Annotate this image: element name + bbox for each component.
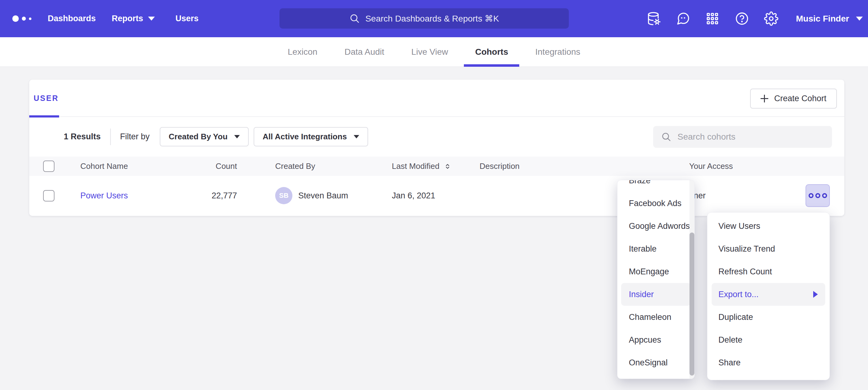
menu-item-appcues[interactable]: Appcues bbox=[617, 328, 694, 351]
nav-item-users[interactable]: Users bbox=[176, 0, 198, 37]
chevron-down-icon bbox=[856, 17, 863, 21]
column-header-last-modified[interactable]: Last Modified bbox=[392, 157, 452, 176]
menu-item-export-to[interactable]: Export to... bbox=[712, 283, 825, 306]
select-all-checkbox[interactable] bbox=[43, 161, 55, 172]
nav-item-label: Users bbox=[176, 14, 198, 23]
filter-bar: 1 Results Filter by Created By You All A… bbox=[29, 117, 844, 157]
project-switcher[interactable]: Music Finder bbox=[796, 0, 863, 37]
integrations-filter-dropdown[interactable]: All Active Integrations bbox=[254, 127, 368, 147]
project-name: Music Finder bbox=[796, 14, 849, 24]
created-by-name: Steven Baum bbox=[298, 191, 348, 200]
tab-label: Integrations bbox=[535, 47, 580, 57]
nav-item-dashboards[interactable]: Dashboards bbox=[48, 0, 96, 37]
global-search-button[interactable]: Search Dashboards & Reports ⌘K bbox=[279, 8, 569, 29]
results-count: 1 Results bbox=[64, 132, 101, 141]
tab-label: Lexicon bbox=[288, 47, 318, 57]
tab-live-view[interactable]: Live View bbox=[411, 37, 448, 67]
row-actions-button[interactable] bbox=[806, 184, 830, 207]
settings-icon[interactable] bbox=[764, 11, 778, 26]
chevron-down-icon bbox=[234, 135, 240, 138]
cohorts-card: USER Create Cohort 1 Results Filter by C… bbox=[29, 80, 844, 216]
cohort-name-link[interactable]: Power Users bbox=[80, 191, 128, 200]
table-header: Cohort Name Count Created By Last Modifi… bbox=[29, 157, 844, 176]
last-modified-cell: Jan 6, 2021 bbox=[392, 176, 435, 215]
tab-label: Data Audit bbox=[344, 47, 384, 57]
filter-by-label: Filter by bbox=[120, 132, 150, 141]
created-by-filter-value: Created By You bbox=[169, 132, 227, 141]
sort-icon[interactable] bbox=[443, 162, 452, 170]
tab-label: USER bbox=[34, 94, 59, 103]
search-icon bbox=[661, 132, 671, 142]
menu-item-refresh-count[interactable]: Refresh Count bbox=[707, 260, 830, 283]
menu-item-onesignal[interactable]: OneSignal bbox=[617, 351, 694, 374]
submenu-arrow-icon bbox=[813, 291, 818, 298]
top-nav: Dashboards Reports Users Search Dashboar… bbox=[0, 0, 868, 37]
row-actions-menu: View Users Visualize Trend Refresh Count… bbox=[707, 212, 830, 380]
menu-item-iterable[interactable]: Iterable bbox=[617, 237, 694, 260]
mixpanel-logo-icon[interactable] bbox=[12, 0, 31, 37]
dot-icon bbox=[809, 193, 813, 198]
integrations-filter-value: All Active Integrations bbox=[262, 132, 347, 141]
tab-label: Live View bbox=[411, 47, 448, 57]
menu-item-share[interactable]: Share bbox=[707, 351, 830, 374]
menu-item-duplicate[interactable]: Duplicate bbox=[707, 306, 830, 328]
dot-icon bbox=[822, 193, 827, 198]
row-checkbox[interactable] bbox=[43, 190, 55, 201]
tab-integrations[interactable]: Integrations bbox=[535, 37, 580, 67]
menu-item-insider[interactable]: Insider bbox=[621, 283, 691, 306]
menu-item-visualize-trend[interactable]: Visualize Trend bbox=[707, 237, 830, 260]
menu-item-moengage[interactable]: MoEngage bbox=[617, 260, 694, 283]
tab-label: Cohorts bbox=[475, 47, 508, 57]
column-header-label: Last Modified bbox=[392, 161, 439, 171]
created-by-filter-dropdown[interactable]: Created By You bbox=[160, 127, 249, 147]
column-header-your-access[interactable]: Your Access bbox=[689, 157, 733, 176]
feedback-icon[interactable] bbox=[676, 11, 690, 26]
section-tabs: Lexicon Data Audit Live View Cohorts Int… bbox=[0, 37, 868, 67]
plus-icon bbox=[761, 95, 768, 102]
cohort-type-tabs: USER Create Cohort bbox=[29, 80, 844, 117]
help-icon[interactable] bbox=[735, 11, 749, 26]
tab-lexicon[interactable]: Lexicon bbox=[288, 37, 318, 67]
nav-item-reports[interactable]: Reports bbox=[112, 0, 155, 37]
menu-item-delete[interactable]: Delete bbox=[707, 328, 830, 351]
menu-item-braze[interactable]: Braze bbox=[617, 180, 694, 192]
menu-item-facebook-ads[interactable]: Facebook Ads bbox=[617, 192, 694, 215]
export-destination-submenu: Braze Facebook Ads Google Adwords Iterab… bbox=[617, 180, 695, 379]
dot-icon bbox=[815, 193, 820, 198]
chevron-down-icon bbox=[148, 17, 155, 21]
column-header-created-by[interactable]: Created By bbox=[275, 157, 315, 176]
cohort-count: 22,777 bbox=[183, 176, 237, 215]
tab-cohorts[interactable]: Cohorts bbox=[475, 37, 508, 67]
data-settings-icon[interactable] bbox=[647, 11, 661, 26]
nav-item-label: Dashboards bbox=[48, 14, 96, 23]
search-icon bbox=[349, 13, 360, 24]
chevron-down-icon bbox=[354, 135, 359, 138]
column-header-count[interactable]: Count bbox=[183, 157, 237, 176]
menu-item-chameleon[interactable]: Chameleon bbox=[617, 306, 694, 328]
created-by-cell: SB Steven Baum bbox=[275, 176, 348, 215]
menu-item-label: Export to... bbox=[718, 290, 759, 299]
avatar: SB bbox=[275, 187, 292, 204]
export-destination-list: Braze Facebook Ads Google Adwords Iterab… bbox=[617, 180, 694, 374]
menu-item-google-adwords[interactable]: Google Adwords bbox=[617, 215, 694, 237]
table-row: Power Users 22,777 SB Steven Baum Jan 6,… bbox=[29, 176, 844, 215]
cohort-search-box bbox=[653, 126, 832, 148]
menu-item-view-users[interactable]: View Users bbox=[707, 215, 830, 237]
apps-grid-icon[interactable] bbox=[705, 11, 720, 26]
scrollbar-thumb[interactable] bbox=[689, 232, 694, 376]
create-cohort-button[interactable]: Create Cohort bbox=[750, 89, 837, 108]
tab-user-cohorts[interactable]: USER bbox=[29, 80, 63, 117]
global-search-placeholder: Search Dashboards & Reports ⌘K bbox=[365, 13, 499, 24]
create-cohort-label: Create Cohort bbox=[774, 94, 827, 103]
tab-data-audit[interactable]: Data Audit bbox=[344, 37, 384, 67]
divider bbox=[110, 129, 111, 145]
column-header-cohort-name[interactable]: Cohort Name bbox=[80, 157, 128, 176]
cohort-search-input[interactable] bbox=[678, 132, 824, 142]
nav-item-label: Reports bbox=[112, 14, 143, 23]
column-header-description[interactable]: Description bbox=[479, 157, 520, 176]
